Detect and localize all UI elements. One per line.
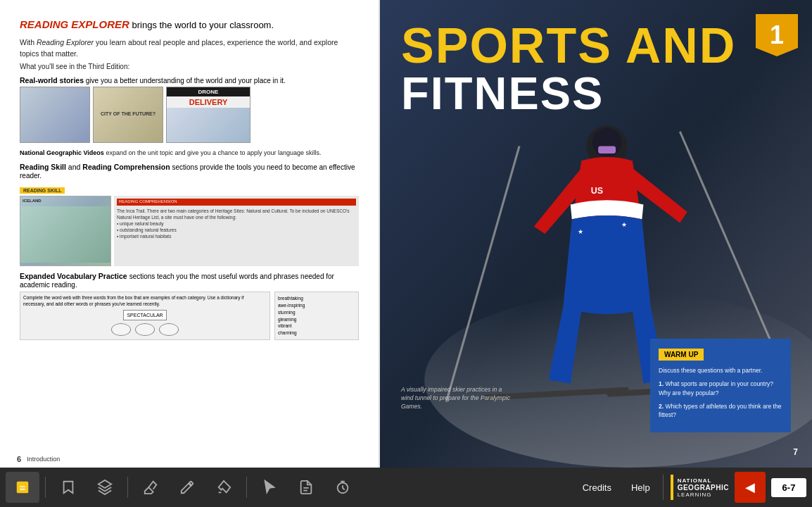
main-content: READING EXPLORER brings the world to you… bbox=[0, 0, 812, 468]
subtitle-with: With bbox=[20, 38, 37, 46]
pencil-icon bbox=[179, 480, 195, 495]
separator-2 bbox=[127, 477, 128, 498]
vocab-section: Complete the word web with three words f… bbox=[20, 292, 359, 340]
sports-title-text: SPORTS AND FITNESS bbox=[401, 21, 736, 116]
right-page: US ★ ★ bbox=[380, 0, 812, 468]
credits-button[interactable]: Credits bbox=[576, 478, 618, 497]
image-grid: 7B CITY OF THE FUTURE? DRONE DELIVERY bbox=[20, 87, 359, 143]
svg-rect-6 bbox=[598, 146, 616, 154]
image-drone: DRONE DELIVERY bbox=[166, 87, 250, 143]
separator-3 bbox=[246, 477, 247, 498]
home-button[interactable] bbox=[6, 472, 39, 503]
drone-image bbox=[167, 108, 250, 142]
bookmark-icon bbox=[61, 480, 76, 495]
iceland-label: ICELAND bbox=[20, 196, 110, 205]
left-page: READING EXPLORER brings the world to you… bbox=[0, 0, 380, 468]
drone-top-label: DRONE bbox=[167, 87, 250, 96]
city-label: CITY OF THE FUTURE? bbox=[101, 111, 156, 117]
section2-heading2: Reading Comprehension bbox=[82, 163, 170, 171]
reading-explorer-title: READING EXPLORER bbox=[20, 18, 129, 30]
help-button[interactable]: Help bbox=[624, 478, 657, 497]
cursor-button[interactable] bbox=[253, 472, 286, 503]
layers-button[interactable] bbox=[88, 472, 122, 503]
toolbar: Credits Help NATIONAL GEOGRAPHIC LEARNIN… bbox=[0, 468, 812, 507]
ngv-body: expand on the unit topic and give you a … bbox=[106, 149, 321, 156]
q2-num: 2. bbox=[659, 403, 664, 410]
section2-and: and bbox=[68, 163, 82, 171]
pencil-button[interactable] bbox=[170, 472, 204, 503]
eraser-button[interactable] bbox=[134, 472, 167, 503]
toolbar-right: Credits Help NATIONAL GEOGRAPHIC LEARNIN… bbox=[576, 472, 806, 503]
svg-text:★: ★ bbox=[621, 221, 627, 228]
layers-icon bbox=[97, 480, 113, 495]
subtitle-text: With Reading Explorer you learn about re… bbox=[20, 37, 359, 60]
sports-title: SPORTS AND FITNESS bbox=[401, 21, 736, 116]
section2-heading: Reading Skill and Reading Comprehension … bbox=[20, 163, 359, 180]
section1-heading: Real-world stories give you a better und… bbox=[20, 76, 359, 84]
bubble-1 bbox=[111, 323, 131, 336]
reading-images: ICELAND READING COMPREHENSION The Inca T… bbox=[20, 196, 359, 266]
vocab-right-box: breathtaking awe-inspiring stunning glea… bbox=[274, 292, 359, 340]
svg-text:★: ★ bbox=[578, 228, 583, 235]
bookmark-button[interactable] bbox=[51, 472, 85, 503]
title-rest: brings the world to your classroom. bbox=[129, 20, 274, 30]
natgeo-national: NATIONAL bbox=[678, 477, 729, 484]
page-indicator: 6-7 bbox=[771, 478, 806, 497]
svg-text:US: US bbox=[591, 186, 603, 196]
timer-button[interactable] bbox=[326, 472, 360, 503]
word-web: SPECTACULAR bbox=[23, 310, 267, 320]
subtitle-em: Reading Explorer bbox=[37, 38, 94, 46]
unit-number-badge: 1 bbox=[756, 14, 798, 56]
prev-page-button[interactable]: ◀ bbox=[735, 472, 766, 503]
separator-1 bbox=[45, 477, 46, 498]
timer-icon bbox=[335, 480, 350, 495]
image-city: CITY OF THE FUTURE? bbox=[93, 87, 163, 143]
left-page-bottom: 6 Introduction bbox=[17, 455, 60, 463]
ngv-title: National Geographic Videos bbox=[20, 149, 104, 156]
word-spectacular: SPECTACULAR bbox=[123, 310, 166, 320]
reading-skill-tag: READING SKILL bbox=[20, 187, 65, 194]
reading-skills-section: Reading Skill and Reading Comprehension … bbox=[20, 163, 359, 266]
ngv-section: National Geographic Videos expand on the… bbox=[20, 149, 359, 158]
vocab-words: breathtaking awe-inspiring stunning glea… bbox=[278, 295, 355, 337]
natgeo-border bbox=[671, 475, 673, 500]
warm-up-q1: 1. What sports are popular in your count… bbox=[659, 380, 782, 398]
highlighter-icon bbox=[216, 480, 231, 495]
svg-rect-12 bbox=[17, 482, 29, 494]
q2-text: Which types of athletes do you think are… bbox=[659, 403, 781, 419]
natgeo-learning: LEARNING bbox=[678, 492, 729, 498]
reading-comprehension-box: READING COMPREHENSION The Inca Trail. Th… bbox=[114, 196, 359, 266]
warm-up-title: WARM UP bbox=[659, 349, 704, 361]
third-edition-text: What you'll see in the Third Edition: bbox=[20, 63, 359, 70]
reading-skill-content: READING SKILL ICELAND READING COMPREHENS… bbox=[20, 182, 359, 266]
document-icon bbox=[298, 480, 314, 495]
q1-text: What sports are popular in your country?… bbox=[659, 380, 773, 396]
vocab-section-wrapper: Expanded Vocabulary Practice sections te… bbox=[20, 272, 359, 340]
eraser-icon bbox=[143, 480, 158, 495]
section2-heading1: Reading Skill bbox=[20, 163, 66, 171]
drone-sub-label: DELIVERY bbox=[167, 96, 250, 108]
section1-heading-text: Real-world stories bbox=[20, 76, 84, 84]
vocab-instruction: Complete the word web with three words f… bbox=[23, 295, 267, 307]
document-button[interactable] bbox=[289, 472, 323, 503]
section3-heading: Expanded Vocabulary Practice sections te… bbox=[20, 272, 359, 289]
caption-text: A visually impaired skier practices in a… bbox=[401, 386, 514, 411]
natgeo-geographic: GEOGRAPHIC bbox=[678, 484, 729, 492]
vocab-left-box: Complete the word web with three words f… bbox=[20, 292, 270, 340]
toolbar-left bbox=[6, 472, 360, 503]
page-label-left: Introduction bbox=[27, 456, 60, 463]
page-title-line: READING EXPLORER brings the world to you… bbox=[20, 17, 359, 32]
comprehension-text: The Inca Trail. There are two main categ… bbox=[117, 208, 356, 239]
title-line1: SPORTS AND bbox=[401, 18, 736, 73]
red-header: READING COMPREHENSION bbox=[117, 199, 356, 206]
home-icon bbox=[15, 480, 30, 495]
highlighter-button[interactable] bbox=[207, 472, 241, 503]
title-line2: FITNESS bbox=[401, 70, 736, 116]
warm-up-box: WARM UP Discuss these questions with a p… bbox=[650, 339, 791, 432]
map-image: ICELAND bbox=[20, 196, 111, 266]
page-number-right: 7 bbox=[793, 447, 798, 457]
warm-up-prompt: Discuss these questions with a partner. bbox=[659, 366, 782, 375]
natgeo-logo: NATIONAL GEOGRAPHIC LEARNING bbox=[663, 475, 729, 500]
image-ski: 7B bbox=[20, 87, 90, 143]
bubble-shapes bbox=[23, 323, 267, 336]
